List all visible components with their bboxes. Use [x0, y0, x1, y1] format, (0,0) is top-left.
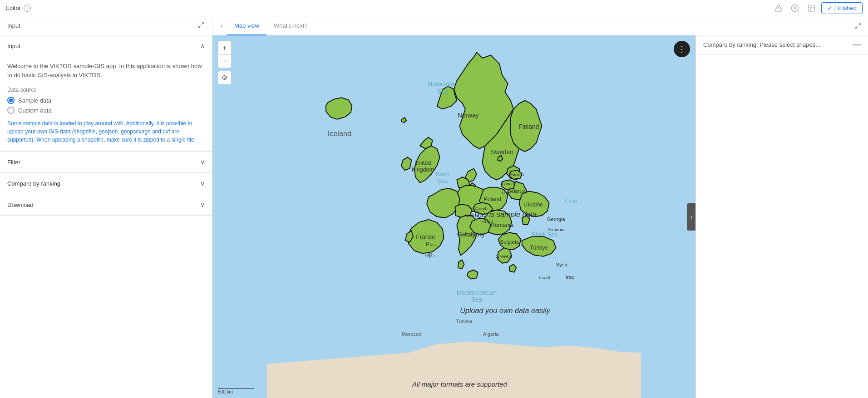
compare-ranking-section-title: Compare by ranking — [7, 180, 60, 187]
svg-text:Estonia: Estonia — [509, 172, 524, 177]
left-panel: Input Input ∧ Welcome to the VIKTOR samp… — [0, 16, 212, 398]
scale-bar: 500 km — [218, 387, 254, 394]
map-controls: + − — [218, 41, 232, 84]
svg-text:Austria: Austria — [464, 213, 478, 218]
sample-data-radio[interactable]: Sample data — [7, 97, 205, 104]
tab-left-arrow[interactable]: ‹ — [216, 20, 227, 31]
compare-panel-header: Compare by ranking: Please select shapes… — [696, 35, 868, 54]
editor-title: Editor — [5, 5, 21, 11]
europe-map-svg: Germany France Po... Sp... Norway Sweden… — [212, 35, 695, 398]
zoom-out-button[interactable]: − — [218, 54, 232, 68]
custom-data-radio[interactable]: Custom data — [7, 107, 205, 114]
france-label: France — [416, 234, 435, 241]
filter-section: Filter ∨ — [0, 152, 212, 173]
svg-point-48 — [224, 77, 226, 79]
filter-section-header[interactable]: Filter ∨ — [0, 152, 212, 172]
compare-ranking-section-header[interactable]: Compare by ranking ∨ — [0, 173, 212, 194]
svg-text:Algeria: Algeria — [483, 331, 499, 337]
sample-data-label: Sample data — [18, 97, 51, 104]
tab-whats-next[interactable]: What's next? — [266, 17, 315, 35]
svg-text:Upload you own data easily: Upload you own data easily — [460, 306, 550, 314]
compare-ranking-section: Compare by ranking ∨ — [0, 173, 212, 194]
svg-text:United: United — [414, 160, 431, 166]
svg-text:This is sample data: This is sample data — [473, 210, 537, 218]
svg-text:Syria: Syria — [556, 262, 567, 267]
svg-line-11 — [856, 26, 858, 28]
svg-text:Casp...: Casp... — [565, 198, 581, 203]
finished-button[interactable]: ✓ Finished — [821, 2, 863, 14]
panel-content: Input ∧ Welcome to the VIKTOR sample-GIS… — [0, 35, 212, 398]
svg-line-10 — [858, 23, 860, 25]
close-circle-icon[interactable] — [789, 2, 801, 15]
svg-point-49 — [222, 75, 227, 79]
map-compare-area: Germany France Po... Sp... Norway Sweden… — [212, 35, 868, 398]
spain-label: Sp... — [425, 251, 438, 258]
custom-data-radio-circle — [7, 107, 15, 114]
svg-line-9 — [198, 25, 201, 28]
norwegian-sea-label: Norwegian — [428, 81, 458, 88]
download-section-title: Download — [7, 201, 34, 208]
info-icon[interactable]: i — [24, 5, 31, 12]
tab-expand-icon[interactable] — [852, 20, 864, 32]
svg-text:Black Sea: Black Sea — [532, 231, 557, 238]
svg-text:Lith.: Lith. — [502, 190, 510, 195]
svg-text:Georgia: Georgia — [547, 216, 566, 222]
scale-text: 500 km — [218, 389, 233, 394]
zoom-in-button[interactable]: + — [218, 41, 232, 54]
download-section: Download ∨ — [0, 194, 212, 216]
north-sea-label: North — [436, 171, 450, 177]
top-bar: Editor i ✓ Finished — [0, 0, 868, 16]
locate-button[interactable] — [218, 71, 232, 84]
svg-text:Italy: Italy — [465, 231, 476, 238]
north-sea-label2: Sea — [438, 178, 448, 184]
compare-collapse-icon[interactable]: — — [853, 40, 861, 49]
svg-text:Czech: Czech — [475, 206, 488, 211]
input-section-header[interactable]: Input ∧ — [0, 35, 212, 56]
svg-text:Mediterranean: Mediterranean — [457, 290, 497, 296]
svg-text:All major formats are supporte: All major formats are supported — [412, 380, 507, 388]
map-more-button[interactable]: ⋮ — [674, 41, 690, 57]
map-expand-button[interactable]: › — [687, 203, 695, 231]
top-bar-right: ✓ Finished — [772, 2, 863, 15]
welcome-text: Welcome to the VIKTOR sample-GIS app. In… — [7, 62, 205, 79]
svg-text:Iceland: Iceland — [328, 129, 351, 138]
svg-text:Ukraine: Ukraine — [523, 201, 543, 208]
input-section-title: Input — [7, 43, 20, 49]
tab-map-view[interactable]: Map view — [227, 17, 266, 35]
svg-rect-5 — [808, 5, 814, 11]
main-layout: Input Input ∧ Welcome to the VIKTOR samp… — [0, 16, 868, 398]
svg-text:Finland: Finland — [518, 123, 539, 130]
svg-text:Poland: Poland — [483, 196, 501, 202]
map-container[interactable]: Germany France Po... Sp... Norway Sweden… — [212, 35, 695, 398]
sample-data-radio-circle — [7, 97, 15, 104]
input-section: Input ∧ Welcome to the VIKTOR sample-GIS… — [0, 35, 212, 152]
svg-text:Israel: Israel — [539, 275, 550, 280]
filter-section-title: Filter — [7, 159, 20, 166]
portugal-label: Po... — [426, 241, 438, 247]
right-area: ‹ Map view What's next? — [212, 16, 868, 398]
input-chevron-icon: ∧ — [200, 42, 205, 49]
svg-text:Tunisia: Tunisia — [456, 319, 473, 324]
svg-text:Hung.: Hung. — [481, 219, 495, 224]
download-chevron-icon: ∨ — [200, 201, 205, 208]
input-section-body: Welcome to the VIKTOR sample-GIS app. In… — [0, 56, 212, 151]
svg-text:Greece: Greece — [495, 254, 512, 259]
panel-expand-icon[interactable] — [197, 21, 205, 30]
info-text: Some sample data is loaded to play aroun… — [7, 119, 205, 144]
svg-text:Latvia: Latvia — [502, 181, 514, 186]
custom-data-label: Custom data — [18, 107, 52, 114]
norwegian-sea-label2: Sea — [437, 88, 449, 95]
svg-text:Morocco: Morocco — [402, 331, 421, 337]
filter-chevron-icon: ∨ — [200, 158, 205, 166]
svg-line-8 — [202, 22, 204, 25]
compare-panel: Compare by ranking: Please select shapes… — [695, 35, 868, 398]
svg-text:Türkiye: Türkiye — [530, 245, 548, 251]
window-icon[interactable] — [805, 2, 818, 15]
warning-icon[interactable] — [772, 2, 785, 15]
tab-bar: ‹ Map view What's next? — [212, 16, 868, 35]
scale-line — [218, 387, 254, 389]
download-section-header[interactable]: Download ∨ — [0, 194, 212, 215]
compare-panel-title: Compare by ranking: Please select shapes… — [703, 41, 820, 48]
panel-header: Input — [0, 16, 212, 35]
svg-text:Sweden: Sweden — [491, 149, 513, 156]
